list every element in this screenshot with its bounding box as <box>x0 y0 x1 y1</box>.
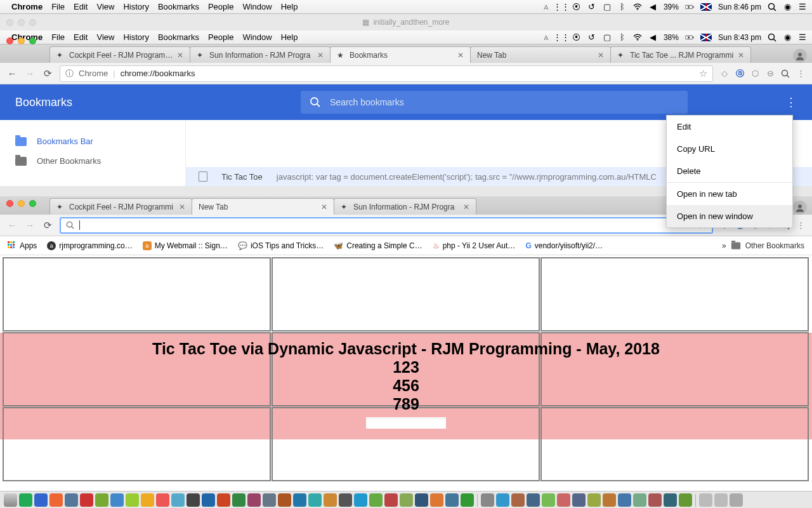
input-flag-icon[interactable] <box>700 3 712 11</box>
menu-bookmarks[interactable]: Bookmarks <box>158 2 199 11</box>
notification-center-icon[interactable]: ☰ <box>798 3 807 11</box>
bookmark-item[interactable]: 💬iOS Tips and Tricks… <box>238 241 324 250</box>
dock-app-icon[interactable] <box>587 493 601 507</box>
dock-app-icon[interactable] <box>110 493 124 507</box>
timemachine-icon[interactable]: ↺ <box>587 33 596 42</box>
dock-app-icon[interactable] <box>80 493 93 507</box>
bookmark-item[interactable]: aMy Webmail :: Sign… <box>143 241 228 250</box>
menu-file[interactable]: File <box>51 2 65 11</box>
minimize-window-button[interactable] <box>18 37 25 44</box>
siri-icon[interactable]: ◉ <box>783 3 792 11</box>
battery-icon[interactable] <box>685 3 694 11</box>
dock-app-icon[interactable] <box>430 493 443 507</box>
site-info-icon[interactable]: ⓘ <box>65 68 74 79</box>
close-window-button[interactable] <box>6 200 13 207</box>
zoom-window-button[interactable] <box>29 200 36 207</box>
tab-cockpit[interactable]: ✦ Cockpit Feel - RJM Programmi ✕ <box>49 46 190 63</box>
back-button[interactable]: ← <box>6 68 18 79</box>
circle-icon[interactable]: ⦿ <box>572 33 581 42</box>
dock-app-icon[interactable] <box>511 493 525 507</box>
bookmarks-search[interactable] <box>301 91 688 114</box>
menu-edit[interactable]: Edit <box>74 2 88 11</box>
dock-app-icon[interactable] <box>171 493 185 507</box>
close-tab-icon[interactable]: ✕ <box>177 51 183 60</box>
dock-app-icon[interactable] <box>369 493 383 507</box>
tab-sun[interactable]: ✦ Sun Information - RJM Progra ✕ <box>334 198 476 215</box>
dock-app-icon[interactable] <box>603 493 616 507</box>
airplay-icon[interactable]: ▢ <box>603 3 612 11</box>
dock-app-icon[interactable] <box>4 493 17 507</box>
search-icon[interactable] <box>780 69 790 79</box>
bluetooth-icon[interactable]: ᛒ <box>618 3 627 11</box>
dock-app-icon[interactable] <box>232 493 246 507</box>
menu-item-delete[interactable]: Delete <box>667 160 792 182</box>
circle-icon[interactable]: ⦿ <box>572 3 581 11</box>
reload-button[interactable]: ⟳ <box>42 68 53 79</box>
bookmark-item[interactable]: arjmprogramming.co… <box>47 241 132 250</box>
dock-app-icon[interactable] <box>633 493 646 507</box>
close-window-button[interactable] <box>6 37 13 44</box>
dock-app-icon[interactable] <box>324 493 337 507</box>
airplay-icon[interactable]: ▢ <box>603 33 612 42</box>
menu-view[interactable]: View <box>96 32 114 42</box>
apps-shortcut[interactable]: Apps <box>8 241 37 250</box>
input-flag-icon[interactable] <box>700 34 712 41</box>
dock-app-icon[interactable] <box>415 493 428 507</box>
volume-icon[interactable]: ◀ <box>648 33 657 42</box>
text-input[interactable] <box>366 417 446 429</box>
extension-icon[interactable]: ⬡ <box>750 69 760 79</box>
avast-icon[interactable]: ⟑ <box>542 33 551 42</box>
dock-app-icon[interactable] <box>679 493 692 507</box>
dock-app-icon[interactable] <box>400 493 413 507</box>
menuextra-icon[interactable]: ⋮⋮ <box>557 3 566 11</box>
traffic-lights[interactable] <box>6 37 36 44</box>
dock-app-icon[interactable] <box>263 493 276 507</box>
dock-app-icon[interactable] <box>126 493 139 507</box>
address-bar[interactable]: ☆ <box>60 217 713 234</box>
dock-app-icon[interactable] <box>293 493 306 507</box>
wifi-icon[interactable] <box>633 33 642 42</box>
extension-icon[interactable]: ⓐ <box>735 69 745 79</box>
menu-edit[interactable]: Edit <box>74 32 88 42</box>
extension-icon[interactable]: ⊖ <box>765 69 775 79</box>
profile-avatar-icon[interactable] <box>793 49 807 63</box>
zoom-window-button[interactable] <box>29 37 36 44</box>
tab-cockpit[interactable]: ✦ Cockpit Feel - RJM Programmi ✕ <box>49 198 192 215</box>
forward-button[interactable]: → <box>24 220 36 231</box>
overflow-icon[interactable]: » <box>722 241 726 250</box>
menu-history[interactable]: History <box>123 2 148 11</box>
menu-history[interactable]: History <box>123 32 148 42</box>
dock-app-icon[interactable] <box>461 493 474 507</box>
dock-app-icon[interactable] <box>354 493 367 507</box>
dock-app-icon[interactable] <box>247 493 261 507</box>
spotlight-icon[interactable] <box>768 33 776 42</box>
dock-app-icon[interactable] <box>202 493 215 507</box>
menu-people[interactable]: People <box>208 2 233 11</box>
bookmarks-menu-icon[interactable]: ⋮ <box>785 95 797 109</box>
grid-cell[interactable] <box>272 257 540 331</box>
close-tab-icon[interactable]: ✕ <box>317 51 324 60</box>
timemachine-icon[interactable]: ↺ <box>587 3 596 11</box>
close-tab-icon[interactable]: ✕ <box>738 51 744 60</box>
menu-window[interactable]: Window <box>242 2 272 11</box>
notification-center-icon[interactable]: ☰ <box>798 33 807 42</box>
menu-help[interactable]: Help <box>281 2 298 11</box>
close-tab-icon[interactable]: ✕ <box>598 51 604 60</box>
avast-icon[interactable]: ⟑ <box>542 3 551 11</box>
battery-percent[interactable]: 39% <box>664 3 679 11</box>
other-bookmarks[interactable]: Other Bookmarks <box>745 241 804 250</box>
dock-app-icon[interactable] <box>445 493 459 507</box>
reload-button[interactable]: ⟳ <box>42 220 53 231</box>
dock-app-icon[interactable] <box>141 493 154 507</box>
sidebar-item-other-bookmarks[interactable]: Other Bookmarks <box>6 151 179 171</box>
dock-folder-icon[interactable] <box>699 493 712 507</box>
dock-app-icon[interactable] <box>664 493 677 507</box>
menu-item-open-new-tab[interactable]: Open in new tab <box>667 183 792 205</box>
extension-icon[interactable]: ◇ <box>719 69 730 79</box>
tab-sun[interactable]: ✦ Sun Information - RJM Progra ✕ <box>190 46 331 63</box>
sidebar-item-bookmarks-bar[interactable]: Bookmarks Bar <box>6 131 179 151</box>
dock-app-icon[interactable] <box>542 493 555 507</box>
bookmark-item[interactable]: Gvendor/yiisoft/yii2/… <box>525 241 603 250</box>
battery-icon[interactable] <box>685 33 694 42</box>
menu-window[interactable]: Window <box>242 32 272 42</box>
